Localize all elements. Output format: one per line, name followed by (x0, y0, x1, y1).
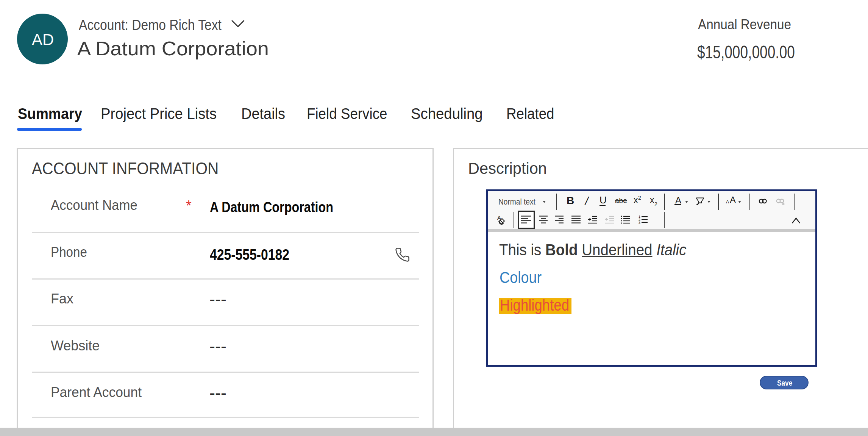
svg-text:3: 3 (639, 221, 640, 224)
